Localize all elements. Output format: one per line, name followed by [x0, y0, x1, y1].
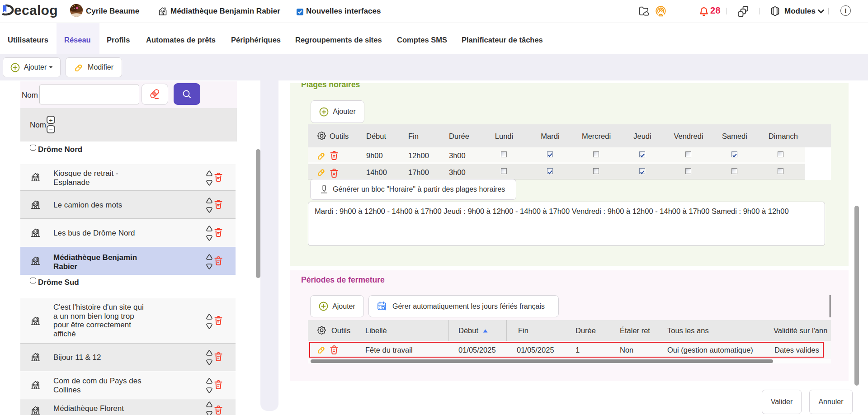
- svg-text:ecalog: ecalog: [14, 3, 58, 18]
